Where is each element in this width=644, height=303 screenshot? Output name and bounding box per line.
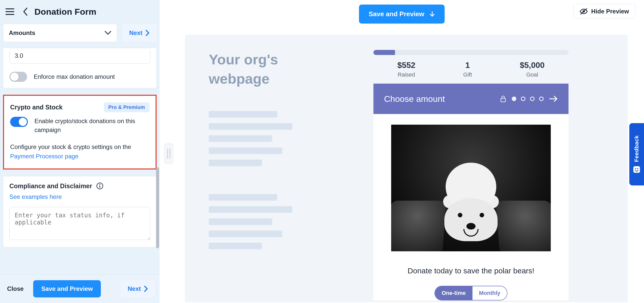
footer-next-button[interactable]: Next	[121, 280, 155, 297]
compliance-heading: Compliance and Disclaimer	[9, 182, 92, 190]
svg-rect-4	[501, 98, 505, 102]
top-bar: Save and Preview Hide Preview	[160, 0, 644, 24]
enable-crypto-toggle[interactable]	[10, 117, 28, 127]
arrow-down-icon	[429, 11, 435, 17]
stat-gift-value: 1	[463, 61, 472, 70]
editor-sidebar: Donation Form Amounts Next Enforce max d…	[0, 0, 160, 303]
lock-icon	[500, 95, 506, 102]
hide-preview-label: Hide Preview	[591, 8, 629, 15]
preview-surface: Your org's webpage $552 Raised	[185, 35, 628, 302]
donation-widget: $552 Raised 1 Gift $5,000 Goal Choose am…	[373, 50, 569, 302]
save-preview-button[interactable]: Save and Preview	[33, 280, 101, 297]
step-title: Choose amount	[384, 94, 445, 104]
subheader-next-button[interactable]: Next	[122, 24, 157, 42]
next-label: Next	[129, 29, 142, 36]
page-title: Donation Form	[34, 7, 96, 17]
step-dot-1	[512, 97, 516, 101]
compliance-textarea[interactable]	[9, 207, 150, 240]
mock-webpage: Your org's webpage	[209, 50, 351, 302]
chevron-left-icon	[23, 8, 28, 16]
back-button[interactable]	[21, 6, 30, 18]
sidebar-scrollbar[interactable]	[156, 58, 159, 271]
stat-goal: $5,000 Goal	[520, 61, 545, 78]
sidebar-scroll-area: Enforce max donation amount Crypto and S…	[0, 48, 160, 274]
stat-goal-label: Goal	[520, 71, 545, 78]
panel-resize-handle[interactable]	[164, 143, 173, 164]
footer-next-label: Next	[128, 285, 141, 292]
goal-progress-bar	[373, 50, 569, 55]
feedback-tab[interactable]: Feedback	[629, 123, 644, 185]
step-dot-4	[539, 97, 544, 101]
frequency-monthly[interactable]: Monthly	[472, 286, 507, 300]
frequency-one-time[interactable]: One-time	[435, 286, 472, 300]
crypto-heading: Crypto and Stock	[10, 104, 63, 111]
top-save-preview-button[interactable]: Save and Preview	[359, 5, 445, 24]
chevron-right-icon	[144, 286, 148, 292]
crypto-config-text: Configure your stock & crypto settings o…	[10, 142, 149, 161]
skeleton-block-2	[209, 194, 351, 249]
crypto-stock-card: Crypto and Stock Pro & Premium Enable cr…	[3, 95, 157, 169]
chevron-right-icon	[145, 30, 149, 36]
see-examples-link[interactable]: See examples here	[9, 193, 62, 200]
step-header: Choose amount	[373, 84, 569, 114]
stat-raised-label: Raised	[397, 71, 415, 78]
campaign-image	[391, 125, 551, 251]
top-save-preview-label: Save and Preview	[369, 10, 424, 18]
mock-title-line2: webpage	[209, 71, 270, 87]
skeleton-block-1	[209, 111, 351, 166]
svg-rect-5	[633, 166, 640, 173]
step-dot-3	[530, 97, 535, 101]
enforce-max-label: Enforce max donation amount	[34, 72, 115, 81]
eye-off-icon	[580, 8, 588, 15]
svg-point-6	[635, 168, 636, 169]
hide-preview-button[interactable]: Hide Preview	[573, 4, 635, 19]
section-select-value: Amounts	[9, 29, 35, 36]
info-icon[interactable]	[96, 182, 103, 190]
amounts-card: Enforce max donation amount	[3, 48, 157, 88]
sidebar-header: Donation Form	[0, 0, 160, 20]
amount-input[interactable]	[9, 48, 150, 64]
stat-gift: 1 Gift	[463, 61, 472, 78]
enable-crypto-label: Enable crypto/stock donations on this ca…	[34, 117, 149, 135]
svg-point-1	[99, 184, 100, 185]
pro-premium-badge: Pro & Premium	[104, 102, 149, 112]
close-button[interactable]: Close	[5, 282, 26, 296]
step-dot-2	[521, 97, 525, 101]
stat-raised-value: $552	[397, 61, 415, 70]
stat-goal-value: $5,000	[520, 61, 545, 70]
step-indicator	[500, 95, 558, 102]
svg-rect-2	[99, 185, 100, 188]
goal-stats: $552 Raised 1 Gift $5,000 Goal	[373, 61, 569, 78]
stat-gift-label: Gift	[463, 71, 472, 78]
arrow-right-icon[interactable]	[549, 96, 558, 102]
mock-title-line1: Your org's	[209, 51, 278, 67]
donation-tagline: Donate today to save the polar bears!	[383, 267, 559, 275]
hamburger-menu-button[interactable]	[4, 6, 16, 17]
enforce-max-toggle[interactable]	[9, 72, 27, 82]
goal-progress-fill	[373, 50, 395, 55]
chevron-down-icon	[105, 31, 111, 35]
frequency-toggle: One-time Monthly	[434, 286, 507, 300]
crypto-config-pre: Configure your stock & crypto settings o…	[10, 143, 131, 150]
hamburger-icon	[6, 8, 14, 15]
donation-body: Donate today to save the polar bears! On…	[373, 114, 569, 300]
sidebar-footer: Close Save and Preview Next	[0, 274, 160, 303]
stat-raised: $552 Raised	[397, 61, 415, 78]
payment-processor-link[interactable]: Payment Processor page	[10, 153, 78, 160]
section-select[interactable]: Amounts	[3, 24, 117, 42]
sidebar-subheader: Amounts Next	[0, 20, 160, 48]
svg-point-7	[637, 168, 638, 169]
compliance-card: Compliance and Disclaimer See examples h…	[3, 176, 157, 247]
main-area: Save and Preview Hide Preview Your org's…	[160, 0, 644, 303]
feedback-label: Feedback	[633, 135, 640, 162]
mock-title: Your org's webpage	[209, 50, 351, 88]
smiley-icon	[633, 166, 640, 173]
